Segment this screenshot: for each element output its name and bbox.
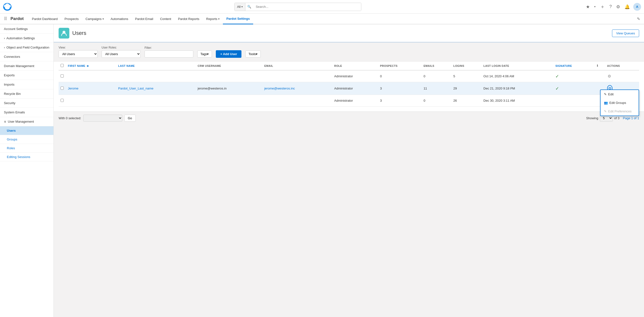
search-bar: All ▾ 🔍: [234, 3, 361, 11]
settings-icon[interactable]: ⚙: [615, 3, 621, 10]
search-scope-label: All: [237, 5, 240, 8]
nav-pardot-reports[interactable]: Pardot Reports: [174, 14, 202, 24]
campaigns-chevron-icon: ▾: [102, 17, 104, 20]
row-checkbox[interactable]: [60, 74, 64, 77]
nav-pardot-email[interactable]: Pardot Email: [132, 14, 156, 24]
sidebar-item-automation-settings[interactable]: › Automation Settings: [0, 34, 54, 43]
filter-label: Filter:: [144, 46, 193, 49]
sidebar-item-system-emails[interactable]: System Emails: [0, 108, 54, 117]
emails-cell: 0: [422, 70, 452, 82]
sidebar-item-editing-sessions[interactable]: Editing Sessions: [0, 153, 54, 161]
view-queues-button[interactable]: View Queues: [612, 29, 639, 37]
tools-button[interactable]: Tools▾: [245, 50, 261, 57]
nav-content[interactable]: Content: [157, 14, 175, 24]
add-icon[interactable]: ＋: [599, 2, 606, 11]
prospects-cell: 0: [378, 70, 422, 82]
top-nav-right: ★ ▾ ＋ ? ⚙ 🔔 A: [585, 2, 641, 11]
page-label: Page 1 of 1: [623, 116, 639, 120]
sidebar-item-connectors[interactable]: Connectors: [0, 52, 54, 61]
users-table: FIRST NAME ⊕ LAST NAME CRM USERNAME EMAI…: [58, 61, 639, 107]
view-select[interactable]: All Users Active Users Inactive Users: [58, 50, 98, 58]
edit-groups-icon: 👥: [604, 101, 608, 105]
email-cell: [262, 70, 332, 82]
svg-point-4: [5, 6, 10, 9]
sidebar-item-users[interactable]: Users: [0, 126, 54, 135]
user-roles-select[interactable]: All Users Administrator Marketing Sales: [102, 50, 140, 58]
favorites-icon[interactable]: ★: [585, 3, 591, 10]
help-icon[interactable]: ?: [608, 3, 613, 10]
col-last-name[interactable]: LAST NAME: [116, 61, 196, 70]
filter-input[interactable]: [144, 50, 193, 57]
prospects-cell: 3: [378, 95, 422, 107]
actions-gear-button[interactable]: ⚙: [607, 73, 612, 79]
bottom-bar: With 0 selected: Go Showing 5 10 25 of 3…: [54, 111, 644, 125]
search-scope-selector[interactable]: All ▾: [234, 3, 245, 11]
last-name-cell: [116, 70, 196, 82]
info-icon: ℹ: [597, 64, 598, 67]
last-login-date-cell: Dec 21, 2020 9:18 PM: [482, 82, 554, 95]
sidebar-item-account-settings[interactable]: Account Settings: [0, 24, 54, 34]
nav-campaigns[interactable]: Campaigns ▾: [82, 14, 107, 24]
signature-cell: ✓: [554, 70, 595, 82]
nav-pardot-settings[interactable]: Pardot Settings: [223, 14, 253, 24]
table-row: Jerome Pardot_User_Last_name jerome@west…: [58, 82, 639, 95]
page-icon: [58, 28, 69, 38]
row-checkbox[interactable]: [60, 87, 64, 90]
crm-username-cell: [196, 95, 262, 107]
user-avatar[interactable]: A: [633, 3, 641, 11]
sort-icon: ⊕: [87, 65, 88, 67]
search-scope-chevron: ▾: [242, 5, 243, 8]
user-roles-filter-group: User Roles: All Users Administrator Mark…: [102, 46, 140, 58]
grid-icon[interactable]: ⠿: [4, 16, 7, 21]
notifications-icon[interactable]: 🔔: [624, 3, 631, 10]
table-wrap: FIRST NAME ⊕ LAST NAME CRM USERNAME EMAI…: [54, 61, 644, 111]
search-input[interactable]: [253, 3, 361, 11]
emails-cell: 0: [422, 95, 452, 107]
menu-item-edit[interactable]: ✎ Edit: [600, 90, 639, 98]
menu-item-edit-groups[interactable]: 👥 Edit Groups: [600, 98, 639, 107]
nav-automations[interactable]: Automations: [107, 14, 132, 24]
last-login-date-cell: Dec 30, 2020 3:11 AM: [482, 95, 554, 107]
salesforce-logo[interactable]: [3, 2, 12, 11]
sidebar-item-recycle-bin[interactable]: Recycle Bin: [0, 89, 54, 98]
role-cell: Administrator: [332, 70, 378, 82]
col-signature[interactable]: SIGNATURE: [554, 61, 595, 70]
top-nav: All ▾ 🔍 ★ ▾ ＋ ? ⚙ 🔔 A: [0, 0, 644, 14]
nav-reports[interactable]: Reports ▾: [203, 14, 223, 24]
col-last-login-date: LAST LOGIN DATE: [482, 61, 554, 70]
logins-cell: 26: [452, 95, 482, 107]
collapse-icon: ∨: [4, 120, 6, 123]
sidebar-item-imports[interactable]: Imports: [0, 80, 54, 89]
expand-icon: ›: [4, 36, 5, 40]
sidebar-item-exports[interactable]: Exports: [0, 71, 54, 80]
first-name-link[interactable]: Jerome: [68, 87, 78, 90]
nav-edit-icon[interactable]: ✎: [637, 16, 640, 21]
sidebar-item-security[interactable]: Security: [0, 98, 54, 108]
col-crm-username: CRM USERNAME: [196, 61, 262, 70]
bulk-action-select[interactable]: [83, 115, 122, 122]
emails-cell: 11: [422, 82, 452, 95]
signature-cell: ✓: [554, 82, 595, 95]
last-name-cell: Pardot_User_Last_name: [116, 82, 196, 95]
email-link[interactable]: jerome@westeros.inc: [264, 87, 295, 90]
col-prospects: PROSPECTS: [378, 61, 422, 70]
add-user-button[interactable]: + Add User: [216, 50, 242, 58]
col-email: EMAIL: [262, 61, 332, 70]
row-checkbox[interactable]: [60, 99, 64, 102]
last-name-link[interactable]: Pardot_User_Last_name: [118, 87, 154, 90]
sidebar-item-domain-management[interactable]: Domain Management: [0, 61, 54, 71]
nav-pardot-dashboard[interactable]: Pardot Dashboard: [28, 14, 61, 24]
nav-prospects[interactable]: Prospects: [61, 14, 82, 24]
favorites-chevron-icon[interactable]: ▾: [593, 4, 597, 9]
crm-username-cell: jerome@westeros.in: [196, 82, 262, 95]
col-first-name[interactable]: FIRST NAME ⊕: [66, 61, 116, 70]
edit-icon: ✎: [604, 92, 607, 96]
sidebar-item-user-management[interactable]: ∨ User Management: [0, 117, 54, 126]
sidebar-item-roles[interactable]: Roles: [0, 144, 54, 153]
sidebar-item-object-field-config[interactable]: › Object and Field Configuration: [0, 43, 54, 52]
role-cell: Administrator: [332, 95, 378, 107]
tags-button[interactable]: Tags▾: [197, 50, 212, 57]
go-button[interactable]: Go: [124, 115, 136, 122]
sidebar-item-groups[interactable]: Groups: [0, 135, 54, 144]
select-all-checkbox[interactable]: [60, 64, 64, 67]
